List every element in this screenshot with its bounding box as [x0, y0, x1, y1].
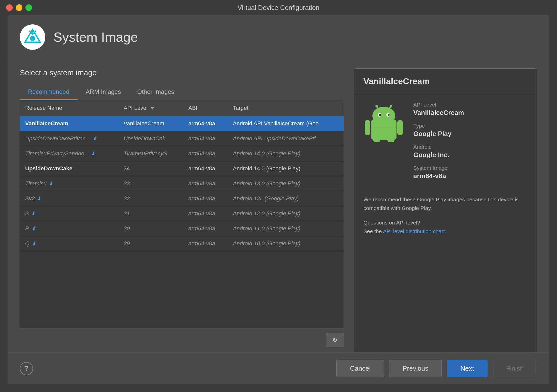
header-area: System Image: [8, 15, 549, 59]
refresh-icon: ↻: [332, 337, 338, 344]
cell-target: Android 13.0 (Google Play): [228, 176, 344, 191]
cell-release-name: TiramisuPrivacySandbo...⬇: [20, 146, 119, 161]
cell-release-name: UpsideDownCakePrivac...⬇: [20, 131, 119, 146]
svg-rect-16: [397, 120, 403, 135]
cell-release-name: UpsideDownCake: [20, 161, 119, 176]
cell-release-name: R⬇: [20, 221, 119, 236]
api-distribution-link[interactable]: API level distribution chart: [383, 228, 445, 234]
cell-abi: arm64-v8a: [183, 176, 228, 191]
recommendation-text: We recommend these Google Play images be…: [363, 195, 528, 212]
help-button[interactable]: ?: [20, 362, 33, 375]
finish-button: Finish: [493, 360, 537, 377]
cell-release-name: Q⬇: [20, 236, 119, 251]
minimize-button[interactable]: [16, 4, 22, 11]
tab-other-images[interactable]: Other Images: [129, 84, 182, 100]
window-title: Virtual Device Configuration: [238, 4, 319, 12]
svg-point-9: [379, 114, 381, 116]
download-icon[interactable]: ⬇: [49, 180, 53, 187]
download-icon[interactable]: ⬇: [92, 135, 97, 142]
system-image-row: System Image arm64-v8a: [413, 165, 528, 180]
svg-rect-18: [387, 137, 394, 142]
cell-api-level: TiramisuPrivacyS: [119, 146, 183, 161]
col-api-level[interactable]: API Level: [119, 100, 183, 116]
next-button[interactable]: Next: [447, 360, 487, 377]
cell-api-level: 31: [119, 206, 183, 221]
tab-arm-images[interactable]: ARM Images: [78, 84, 129, 100]
api-question-text: Questions on API level?: [363, 220, 420, 225]
cell-target: Android API UpsideDownCakePri: [228, 131, 344, 146]
right-panel: VanillaIceCream: [354, 68, 537, 352]
page-title: System Image: [53, 29, 138, 45]
table-row[interactable]: S⬇31arm64-v8aAndroid 12.0 (Google Play): [20, 206, 344, 221]
api-link-prefix: See the: [363, 228, 383, 234]
tab-recommended[interactable]: Recommended: [20, 84, 78, 100]
api-level-value: VanillaIceCream: [413, 109, 528, 117]
cell-api-level: UpsideDownCak: [119, 131, 183, 146]
cancel-button[interactable]: Cancel: [336, 360, 384, 377]
cell-api-level: 30: [119, 221, 183, 236]
col-target: Target: [228, 100, 344, 116]
cell-target: Android 14.0 (Google Play): [228, 161, 344, 176]
table-row[interactable]: VanillaIceCreamVanillaIceCreamarm64-v8aA…: [20, 116, 344, 131]
cell-api-level: 29: [119, 236, 183, 251]
table-row[interactable]: UpsideDownCake34arm64-v8aAndroid 14.0 (G…: [20, 161, 344, 176]
app-logo: [20, 24, 45, 50]
cell-release-name: S⬇: [20, 206, 119, 221]
right-panel-header: VanillaIceCream: [354, 69, 537, 94]
svg-point-12: [375, 105, 378, 108]
system-image-table: Release Name API Level ABI Target Vanill…: [20, 100, 344, 328]
api-level-label: API Level: [413, 102, 528, 108]
download-icon[interactable]: ⬇: [91, 150, 95, 157]
android-robot-image: [363, 102, 404, 142]
table-row[interactable]: TiramisuPrivacySandbo...⬇TiramisuPrivacy…: [20, 146, 344, 161]
tabs-container: Recommended ARM Images Other Images: [20, 84, 344, 100]
api-level-question: Questions on API level? See the API leve…: [363, 218, 528, 235]
selected-image-title: VanillaIceCream: [363, 76, 528, 86]
sort-arrow-icon: [151, 107, 154, 110]
table-row[interactable]: R⬇30arm64-v8aAndroid 11.0 (Google Play): [20, 221, 344, 236]
table-row[interactable]: Tiramisu⬇33arm64-v8aAndroid 13.0 (Google…: [20, 176, 344, 191]
download-icon[interactable]: ⬇: [37, 195, 41, 202]
cell-target: Android 12L (Google Play): [228, 191, 344, 206]
download-icon[interactable]: ⬇: [31, 225, 36, 232]
cell-target: Android API VanillaIceCream (Goo: [228, 116, 344, 131]
table-row[interactable]: Sv2⬇32arm64-v8aAndroid 12L (Google Play): [20, 191, 344, 206]
download-icon[interactable]: ⬇: [32, 240, 36, 247]
download-icon[interactable]: ⬇: [31, 210, 35, 217]
cell-abi: arm64-v8a: [183, 206, 228, 221]
right-panel-body: API Level VanillaIceCream Type Google Pl…: [354, 94, 537, 352]
table-row[interactable]: UpsideDownCakePrivac...⬇UpsideDownCakarm…: [20, 131, 344, 146]
left-panel: Select a system image Recommended ARM Im…: [20, 68, 344, 352]
cell-api-level: 32: [119, 191, 183, 206]
android-row: Android Google Inc.: [413, 144, 528, 159]
svg-rect-15: [365, 120, 370, 135]
svg-point-10: [388, 114, 390, 116]
cell-abi: arm64-v8a: [183, 161, 228, 176]
cell-api-level: 33: [119, 176, 183, 191]
body-area: Select a system image Recommended ARM Im…: [8, 59, 549, 352]
select-label: Select a system image: [20, 68, 344, 77]
close-button[interactable]: [6, 4, 13, 11]
type-value: Google Play: [413, 130, 528, 138]
system-image-value: arm64-v8a: [413, 172, 528, 180]
title-bar: Virtual Device Configuration: [0, 0, 557, 15]
api-level-row: API Level VanillaIceCream: [413, 102, 528, 117]
cell-release-name: Sv2⬇: [20, 191, 119, 206]
table-row[interactable]: Q⬇29arm64-v8aAndroid 10.0 (Google Play): [20, 236, 344, 251]
previous-button[interactable]: Previous: [389, 360, 442, 377]
cell-target: Android 12.0 (Google Play): [228, 206, 344, 221]
footer: ? Cancel Previous Next Finish: [8, 352, 549, 384]
cell-api-level: 34: [119, 161, 183, 176]
cell-target: Android 10.0 (Google Play): [228, 236, 344, 251]
refresh-button[interactable]: ↻: [326, 333, 344, 347]
table-header-row: Release Name API Level ABI Target: [20, 100, 344, 116]
cell-api-level: VanillaIceCream: [119, 116, 183, 131]
android-info-container: API Level VanillaIceCream Type Google Pl…: [363, 102, 528, 186]
window-controls: [6, 4, 32, 11]
cell-abi: arm64-v8a: [183, 221, 228, 236]
cell-abi: arm64-v8a: [183, 116, 228, 131]
android-value: Google Inc.: [413, 151, 528, 159]
cell-abi: arm64-v8a: [183, 236, 228, 251]
cell-release-name: VanillaIceCream: [20, 116, 119, 131]
maximize-button[interactable]: [25, 4, 32, 11]
